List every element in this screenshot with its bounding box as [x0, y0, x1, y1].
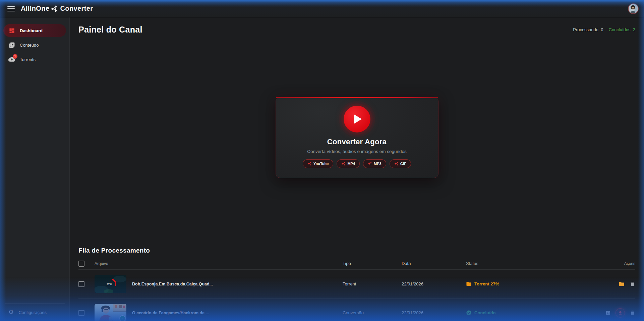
play-button[interactable] [344, 106, 370, 132]
file-name: O cenário de Fangames/Hackrom de ... [132, 311, 209, 315]
table-row: O cenário de Fangames/Hackrom de ... Con… [78, 299, 635, 321]
select-all-checkbox[interactable] [78, 261, 84, 267]
chip-label: GIF [400, 162, 406, 166]
media-file-button[interactable] [605, 310, 611, 316]
row-tipo: Conversão [343, 310, 402, 315]
video-library-icon [8, 42, 15, 48]
completed-badge-icon [120, 316, 125, 321]
queue-stats: Processando: 0 Concluídos: 2 [573, 27, 635, 32]
logo-text-second: Converter [60, 5, 93, 12]
app-logo: AllInOne Converter [21, 5, 93, 13]
delete-button[interactable] [630, 281, 635, 287]
processing-stat: Processando: 0 [573, 27, 603, 32]
column-header-acoes: Ações [592, 261, 635, 266]
chip-mp4[interactable]: MP4 [337, 159, 360, 168]
dashboard-grid-icon [8, 27, 15, 34]
chip-youtube[interactable]: YouTube [303, 159, 333, 168]
row-status: Concluído [466, 310, 592, 316]
format-chips: YouTube MP4 MP3 GIF [303, 159, 411, 168]
convert-now-card[interactable]: Converter Agora Converta vídeos, áudios … [276, 97, 438, 178]
column-header-arquivo: Arquivo [95, 261, 108, 266]
status-text: Torrent 27% [474, 281, 499, 286]
torrent-thumbnail: 27% [95, 275, 126, 293]
table-row: 27% Bob.Esponja.Em.Busca.da.Calça.Quad..… [78, 270, 635, 299]
processing-queue-section: Fila de Processamento Arquivo Tipo Data … [78, 247, 635, 321]
menu-icon[interactable] [7, 6, 15, 11]
folder-icon [466, 281, 472, 287]
chip-label: MP4 [347, 162, 355, 166]
card-accent-line [276, 97, 438, 98]
cloud-download-icon: 1 [8, 56, 15, 63]
delete-button[interactable] [630, 310, 635, 316]
sidebar-item-torrents[interactable]: 1 Torrents [3, 53, 66, 66]
sparkle-icon [368, 162, 372, 166]
media-icon [605, 310, 611, 316]
sidebar-item-label: Torrents [20, 57, 36, 62]
sidebar-item-label: Dashboard [20, 28, 43, 33]
logo-text-first: AllInOne [21, 5, 49, 12]
row-status: Torrent 27% [466, 281, 592, 287]
row-data: 22/01/2026 [402, 281, 466, 286]
folder-icon [619, 281, 625, 287]
sparkle-icon [341, 162, 345, 166]
page-title: Painel do Canal [78, 25, 142, 35]
open-folder-button[interactable] [619, 281, 625, 287]
column-header-status: Status [466, 261, 592, 266]
sidebar-item-dashboard[interactable]: Dashboard [3, 24, 66, 37]
play-icon [354, 114, 362, 124]
chip-label: YouTube [313, 162, 329, 166]
svg-text:27%: 27% [107, 282, 112, 285]
trash-icon [630, 310, 635, 316]
video-thumbnail [95, 304, 126, 321]
status-text: Concluído [474, 310, 496, 315]
sidebar-footer-label: Configurações [18, 310, 47, 315]
column-header-data: Data [402, 261, 466, 266]
user-avatar[interactable] [628, 3, 639, 14]
completed-stat: Concluídos: 2 [609, 27, 636, 32]
gear-icon: ⚙ [8, 309, 14, 315]
row-checkbox[interactable] [78, 281, 84, 287]
row-checkbox[interactable] [78, 310, 84, 316]
hero-subtitle: Converta vídeos, áudios e imagens em seg… [307, 149, 406, 154]
trash-icon [630, 281, 635, 287]
download-button[interactable] [616, 309, 625, 317]
sidebar-item-configuracoes[interactable]: ⚙ Configurações [0, 304, 69, 321]
chip-mp3[interactable]: MP3 [363, 159, 386, 168]
table-header-row: Arquivo Tipo Data Status Ações [78, 258, 635, 270]
torrents-badge: 1 [13, 54, 17, 59]
chip-gif[interactable]: GIF [390, 159, 411, 168]
sidebar-item-conteudo[interactable]: Conteúdo [3, 39, 66, 51]
check-circle-icon [466, 310, 472, 316]
download-icon [618, 311, 623, 315]
topbar: AllInOne Converter [0, 0, 644, 17]
main-content: Painel do Canal Processando: 0 Concluído… [70, 17, 644, 321]
sidebar: Dashboard Conteúdo 1 Torrents ⚙ [0, 17, 70, 321]
file-name: Bob.Esponja.Em.Busca.da.Calça.Quad... [132, 282, 213, 286]
queue-heading: Fila de Processamento [78, 247, 635, 254]
converter-logo-icon [51, 5, 59, 13]
queue-table: Arquivo Tipo Data Status Ações [78, 258, 635, 321]
hero-title: Converter Agora [327, 138, 387, 146]
column-header-tipo: Tipo [343, 261, 402, 266]
sidebar-item-label: Conteúdo [20, 43, 39, 48]
row-tipo: Torrent [343, 281, 402, 286]
sparkle-icon [394, 162, 398, 166]
sparkle-icon [307, 162, 311, 166]
row-data: 22/01/2026 [402, 310, 466, 315]
chip-label: MP3 [374, 162, 382, 166]
